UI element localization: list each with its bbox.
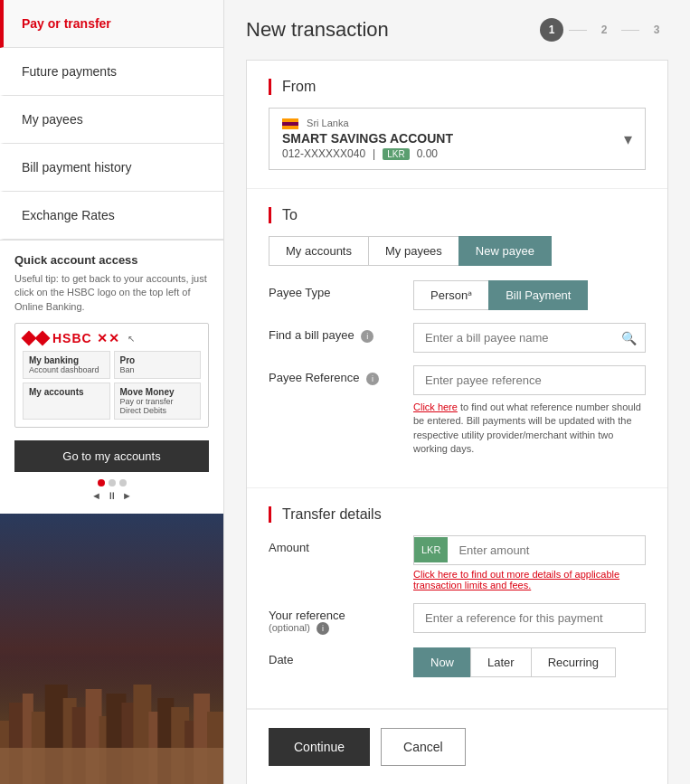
pause-icon[interactable]: ⏸ <box>107 490 117 501</box>
payee-reference-content: Click here to find out what reference nu… <box>413 365 646 457</box>
date-row: Date Now Later Recurring <box>269 647 646 677</box>
svg-rect-18 <box>0 748 223 784</box>
amount-currency-prefix: LKR <box>414 537 448 562</box>
find-bill-payee-content: 🔍 <box>413 323 646 353</box>
account-info: Sri Lanka SMART SAVINGS ACCOUNT 012-XXXX… <box>282 118 453 160</box>
transfer-section: Transfer details Amount LKR Click here t… <box>247 488 667 709</box>
date-btn-group: Now Later Recurring <box>413 647 646 677</box>
account-name: SMART SAVINGS ACCOUNT <box>282 131 453 146</box>
step-line-2 <box>621 30 639 31</box>
reference-info-icon[interactable]: i <box>317 622 329 635</box>
continue-button[interactable]: Continue <box>269 728 370 766</box>
amount-input[interactable] <box>448 536 645 564</box>
payee-reference-helper: Click here to find out what reference nu… <box>413 401 646 457</box>
transaction-limits-link[interactable]: Click here to find out more details of a… <box>413 569 646 590</box>
skyline-svg <box>0 666 223 784</box>
search-icon[interactable]: 🔍 <box>621 331 637 345</box>
banner-link-move-money[interactable]: Move Money Pay or transferDirect Debits <box>114 383 202 420</box>
prev-icon[interactable]: ◄ <box>91 490 101 501</box>
dropdown-arrow-icon[interactable]: ▾ <box>624 129 632 149</box>
your-reference-input[interactable] <box>413 603 646 633</box>
sidebar-item-my-payees[interactable]: My payees <box>0 96 223 144</box>
tab-my-accounts[interactable]: My accounts <box>269 236 369 266</box>
find-bill-payee-input[interactable] <box>413 323 646 353</box>
your-reference-content <box>413 603 646 633</box>
sidebar-item-exchange-rates[interactable]: Exchange Rates <box>0 192 223 240</box>
hsbc-logo: HSBC ✕✕ ↖ <box>23 331 201 345</box>
date-btn-later[interactable]: Later <box>470 647 532 677</box>
tab-my-payees[interactable]: My payees <box>368 236 459 266</box>
sidebar-item-pay-transfer[interactable]: Pay or transfer <box>0 0 223 48</box>
tab-new-payee[interactable]: New payee <box>458 236 552 266</box>
go-to-my-accounts-button[interactable]: Go to my accounts <box>14 440 209 472</box>
your-reference-row: Your reference (optional) i <box>269 603 646 635</box>
your-reference-label: Your reference (optional) i <box>269 603 413 635</box>
hsbc-brand-text: HSBC ✕✕ <box>52 331 120 345</box>
date-label: Date <box>269 647 413 666</box>
dot-1 <box>98 479 105 486</box>
date-content: Now Later Recurring <box>413 647 646 677</box>
next-icon[interactable]: ► <box>122 490 132 501</box>
amount-input-wrapper: LKR <box>413 535 646 565</box>
to-tab-group: My accounts My payees New payee <box>269 236 646 266</box>
action-row: Continue Cancel <box>247 709 667 784</box>
account-details: 012-XXXXXX040 | LKR 0.00 <box>282 147 453 160</box>
quick-access-title: Quick account access <box>14 253 209 267</box>
transfer-label: Transfer details <box>269 506 646 523</box>
amount-content: LKR Click here to find out more details … <box>413 535 646 590</box>
lkr-badge: LKR <box>383 148 409 160</box>
payee-reference-row: Payee Reference i Click here to find out… <box>269 365 646 457</box>
carousel-controls[interactable]: ◄ ⏸ ► <box>14 490 209 501</box>
page-header: New transaction 1 2 3 <box>246 18 668 42</box>
banner-link-pro[interactable]: Pro Ban <box>114 351 202 379</box>
sri-lanka-flag <box>282 118 298 129</box>
payee-reference-label: Payee Reference i <box>269 365 413 385</box>
payee-reference-info-icon[interactable]: i <box>366 373 379 385</box>
find-bill-payee-info-icon[interactable]: i <box>361 330 373 343</box>
step-1: 1 <box>540 18 563 42</box>
page-title: New transaction <box>246 18 389 42</box>
main-content: New transaction 1 2 3 From Sri Lank <box>224 0 690 784</box>
payee-reference-input[interactable] <box>413 365 646 395</box>
carousel-dots <box>14 479 209 486</box>
to-section: To My accounts My payees New payee Payee… <box>247 189 667 488</box>
dot-3 <box>119 479 127 486</box>
from-section: From Sri Lanka SMART SAVINGS ACCOUNT 012… <box>247 61 667 189</box>
find-bill-payee-label: Find a bill payee i <box>269 323 413 343</box>
sidebar-item-future-payments[interactable]: Future payments <box>0 48 223 96</box>
city-image <box>0 514 223 784</box>
cursor-icon: ↖ <box>128 334 135 344</box>
quick-access-tip: Useful tip: to get back to your accounts… <box>14 272 209 314</box>
payee-type-person[interactable]: Personᵃ <box>413 280 489 310</box>
dot-2 <box>109 479 116 486</box>
click-here-link[interactable]: Click here <box>413 401 458 412</box>
quick-account-access: Quick account access Useful tip: to get … <box>0 240 223 514</box>
banner-link-my-banking[interactable]: My banking Account dashboard <box>23 351 110 379</box>
account-selector[interactable]: Sri Lanka SMART SAVINGS ACCOUNT 012-XXXX… <box>269 108 646 170</box>
amount-row: Amount LKR Click here to find out more d… <box>269 535 646 590</box>
date-btn-recurring[interactable]: Recurring <box>531 647 616 677</box>
step-3: 3 <box>645 18 668 42</box>
optional-label: (optional) i <box>269 622 413 635</box>
banner-link-my-accounts[interactable]: My accounts <box>23 383 110 420</box>
find-bill-payee-row: Find a bill payee i 🔍 <box>269 323 646 353</box>
sidebar-item-bill-payment-history[interactable]: Bill payment history <box>0 144 223 192</box>
step-line-1 <box>569 30 587 31</box>
payee-type-row: Payee Type Personᵃ Bill Payment <box>269 280 646 310</box>
payee-type-label: Payee Type <box>269 280 413 299</box>
to-label: To <box>269 207 646 223</box>
from-label: From <box>269 79 646 95</box>
banner-links: My banking Account dashboard Pro Ban My … <box>23 351 201 420</box>
account-country: Sri Lanka <box>282 118 453 129</box>
amount-label: Amount <box>269 535 413 554</box>
payee-type-content: Personᵃ Bill Payment <box>413 280 646 310</box>
payee-type-bill-payment[interactable]: Bill Payment <box>488 280 588 310</box>
cancel-button[interactable]: Cancel <box>381 728 466 766</box>
transaction-form: From Sri Lanka SMART SAVINGS ACCOUNT 012… <box>246 60 668 784</box>
payee-type-group: Personᵃ Bill Payment <box>413 280 646 310</box>
step-indicator: 1 2 3 <box>540 18 668 42</box>
step-2: 2 <box>592 18 616 42</box>
quick-access-banner: HSBC ✕✕ ↖ My banking Account dashboard P… <box>14 323 209 428</box>
date-btn-now[interactable]: Now <box>413 647 471 677</box>
